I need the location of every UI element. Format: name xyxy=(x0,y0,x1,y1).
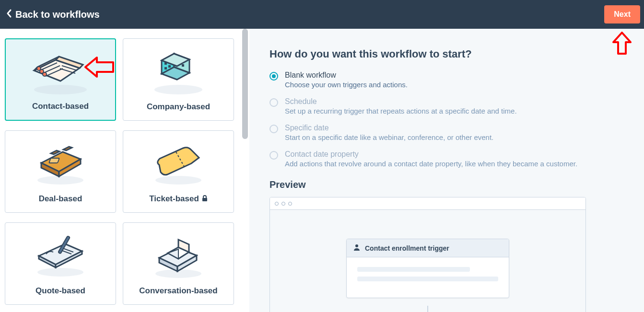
svg-rect-19 xyxy=(49,158,59,163)
left-pane-wrap: Contact-based xyxy=(0,29,249,312)
lock-icon xyxy=(202,195,208,203)
ticket-icon xyxy=(123,131,234,194)
card-label: Quote-based xyxy=(35,286,85,296)
trigger-card-body xyxy=(347,257,509,298)
svg-rect-22 xyxy=(202,198,207,201)
radio-contact-date-property xyxy=(269,151,278,160)
next-button[interactable]: Next xyxy=(604,5,640,23)
radio-schedule xyxy=(269,98,278,107)
deal-icon xyxy=(5,131,116,194)
option-title: Specific date xyxy=(285,124,493,132)
scrollbar-thumb[interactable] xyxy=(242,29,248,139)
svg-point-28 xyxy=(355,244,358,247)
window-dot-icon xyxy=(281,202,285,206)
option-schedule: Schedule Set up a recurring trigger that… xyxy=(269,97,630,115)
workflow-type-panel: Contact-based xyxy=(0,29,240,312)
window-dot-icon xyxy=(288,202,292,206)
option-title: Contact date property xyxy=(285,150,577,159)
svg-rect-17 xyxy=(182,64,184,67)
option-title: Schedule xyxy=(285,97,517,106)
workflow-type-cards: Contact-based xyxy=(5,38,235,305)
svg-rect-13 xyxy=(168,65,171,68)
svg-point-9 xyxy=(154,85,202,94)
svg-rect-12 xyxy=(164,67,167,69)
svg-point-6 xyxy=(43,72,47,76)
svg-point-20 xyxy=(155,176,201,185)
placeholder-line xyxy=(357,267,470,272)
svg-point-0 xyxy=(34,85,87,94)
option-desc: Start on a specific date like a webinar,… xyxy=(285,133,493,141)
option-contact-date-property: Contact date property Add actions that r… xyxy=(269,150,630,168)
svg-point-18 xyxy=(37,176,83,185)
start-options: Blank workflow Choose your own triggers … xyxy=(269,71,630,168)
option-desc: Choose your own triggers and actions. xyxy=(285,81,408,89)
option-desc: Add actions that revolve around a contac… xyxy=(285,160,577,168)
card-label: Contact-based xyxy=(32,102,89,111)
option-blank[interactable]: Blank workflow Choose your own triggers … xyxy=(269,71,630,89)
card-label: Deal-based xyxy=(39,194,82,204)
option-title: Blank workflow xyxy=(285,71,408,80)
card-ticket-based[interactable]: Ticket-based xyxy=(123,130,234,213)
content-area: Contact-based xyxy=(0,29,644,312)
preview-heading: Preview xyxy=(269,179,630,190)
left-scrollbar[interactable] xyxy=(241,29,249,312)
trigger-card-header: Contact enrollment trigger xyxy=(347,239,509,257)
placeholder-line xyxy=(357,277,498,281)
card-contact-based[interactable]: Contact-based xyxy=(5,38,116,121)
contact-icon xyxy=(6,39,115,102)
back-to-workflows-link[interactable]: Back to workflows xyxy=(6,9,100,21)
radio-specific-date xyxy=(269,125,278,133)
right-pane: How do you want this workflow to start? … xyxy=(249,29,644,312)
trigger-card: Contact enrollment trigger xyxy=(346,239,509,298)
card-company-based[interactable]: Company-based xyxy=(123,38,234,121)
card-label: Company-based xyxy=(147,102,210,112)
conversation-icon xyxy=(123,223,234,286)
card-label: Ticket-based xyxy=(149,194,199,204)
trigger-title: Contact enrollment trigger xyxy=(365,244,449,252)
card-conversation-based[interactable]: Conversation-based xyxy=(123,222,234,305)
card-label: Conversation-based xyxy=(139,286,217,296)
company-icon xyxy=(123,39,234,102)
radio-blank[interactable] xyxy=(269,72,278,81)
preview-panel: Contact enrollment trigger xyxy=(269,197,586,312)
person-icon xyxy=(353,244,360,252)
window-dot-icon xyxy=(275,202,279,206)
chevron-left-icon xyxy=(6,9,12,21)
back-label: Back to workflows xyxy=(15,9,100,20)
svg-point-23 xyxy=(37,268,83,277)
page-title: How do you want this workflow to start? xyxy=(269,48,630,60)
option-desc: Set up a recurring trigger that repeats … xyxy=(285,107,517,115)
card-quote-based[interactable]: Quote-based xyxy=(5,222,116,305)
option-specific-date: Specific date Start on a specific date l… xyxy=(269,124,630,141)
app-header: Back to workflows Next xyxy=(0,0,644,29)
card-deal-based[interactable]: Deal-based xyxy=(5,130,116,213)
preview-browser-bar xyxy=(270,197,585,210)
preview-canvas: Contact enrollment trigger xyxy=(270,210,585,312)
quote-icon xyxy=(5,223,116,286)
connector-line xyxy=(427,306,428,312)
